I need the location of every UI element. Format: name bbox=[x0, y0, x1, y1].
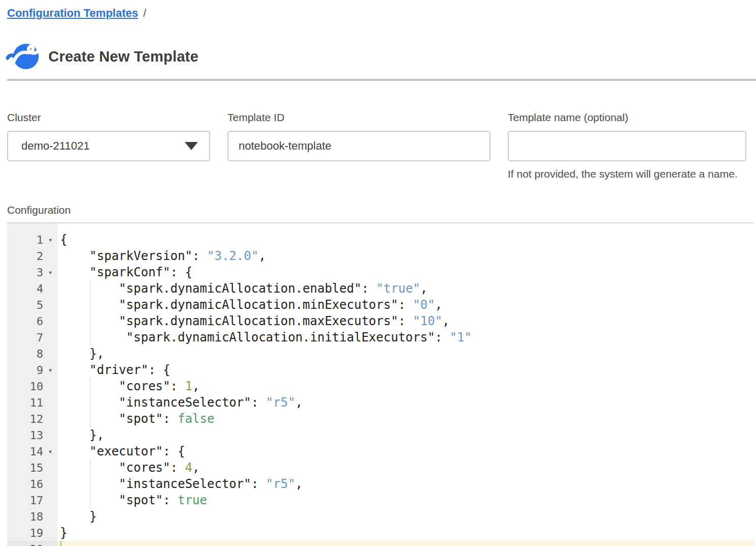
cluster-field: Cluster demo-211021 bbox=[7, 111, 210, 161]
code-line[interactable]: "sparkConf": { bbox=[57, 264, 754, 280]
line-number-text: 19 bbox=[7, 527, 43, 539]
cluster-select[interactable]: demo-211021 bbox=[7, 131, 210, 161]
code-token: "sparkConf": { bbox=[60, 265, 192, 279]
code-line[interactable]: "spark.dynamicAllocation.initialExecutor… bbox=[57, 329, 754, 346]
fold-arrow-icon[interactable]: ▾ bbox=[43, 366, 57, 374]
indent-guide bbox=[90, 459, 91, 508]
template-id-field: Template ID bbox=[227, 111, 490, 161]
line-number-text: 13 bbox=[7, 429, 43, 442]
gutter-line-number: 20 bbox=[7, 541, 57, 546]
indent-guide bbox=[90, 280, 91, 346]
code-line[interactable]: "spot": false bbox=[57, 411, 754, 427]
page-header: Create New Template bbox=[6, 42, 198, 71]
gutter-line-number: 4 bbox=[7, 280, 57, 297]
wave-logo-icon bbox=[6, 42, 40, 71]
breadcrumb: Configuration Templates / bbox=[7, 7, 147, 20]
code-token: "0" bbox=[413, 298, 435, 312]
gutter-line-number: 15 bbox=[7, 459, 57, 476]
code-token: } bbox=[60, 526, 67, 540]
code-token: "driver": { bbox=[60, 363, 170, 377]
gutter-line-number: 19 bbox=[7, 525, 57, 541]
template-name-input[interactable] bbox=[508, 131, 746, 161]
line-number-text: 15 bbox=[7, 462, 43, 474]
code-token: "instanceSelector": bbox=[60, 477, 266, 491]
code-line[interactable]: "spark.dynamicAllocation.maxExecutors": … bbox=[57, 313, 754, 329]
line-number-text: 8 bbox=[7, 348, 43, 360]
code-token: "spark.dynamicAllocation.enabled": bbox=[60, 281, 376, 296]
code-line[interactable] bbox=[57, 541, 754, 546]
gutter-line-number: 3▾ bbox=[7, 264, 57, 280]
code-token: , bbox=[295, 477, 302, 491]
code-token: 1 bbox=[185, 379, 192, 393]
line-number-text: 9 bbox=[7, 364, 43, 377]
line-number-text: 4 bbox=[7, 282, 43, 295]
code-token: "instanceSelector": bbox=[60, 395, 266, 410]
code-line[interactable]: } bbox=[57, 525, 754, 541]
line-number-text: 12 bbox=[7, 413, 43, 425]
dropdown-caret-icon bbox=[185, 142, 198, 150]
line-number-text: 18 bbox=[7, 510, 43, 523]
line-number-text: 17 bbox=[7, 494, 43, 507]
code-token: 4 bbox=[185, 461, 192, 475]
breadcrumb-link-configuration-templates[interactable]: Configuration Templates bbox=[7, 7, 138, 20]
code-token: "r5" bbox=[266, 395, 296, 410]
code-line[interactable]: { bbox=[57, 232, 754, 248]
line-number-text: 3 bbox=[7, 266, 43, 279]
code-token: "cores": bbox=[60, 379, 185, 393]
line-number-text: 1 bbox=[7, 234, 43, 246]
code-line[interactable]: "spark.dynamicAllocation.enabled": "true… bbox=[57, 280, 754, 297]
code-line[interactable]: }, bbox=[57, 427, 754, 443]
code-line[interactable]: "sparkVersion": "3.2.0", bbox=[57, 248, 754, 264]
code-line[interactable]: "executor": { bbox=[57, 443, 754, 459]
gutter-line-number: 2 bbox=[7, 248, 57, 264]
code-token: }, bbox=[60, 428, 104, 442]
gutter-line-number: 17 bbox=[7, 492, 57, 508]
code-line[interactable]: "spot": true bbox=[57, 492, 754, 508]
fold-arrow-icon[interactable]: ▾ bbox=[43, 236, 57, 244]
template-id-label: Template ID bbox=[227, 111, 490, 124]
code-token: , bbox=[192, 379, 199, 393]
configuration-label: Configuration bbox=[7, 204, 71, 216]
code-line[interactable]: "cores": 1, bbox=[57, 378, 754, 394]
gutter-line-number: 14▾ bbox=[7, 443, 57, 459]
code-token: "r5" bbox=[266, 477, 296, 491]
fold-arrow-icon[interactable]: ▾ bbox=[43, 268, 57, 276]
code-line[interactable]: "instanceSelector": "r5", bbox=[57, 476, 754, 492]
gutter-line-number: 9▾ bbox=[7, 362, 57, 378]
template-id-input[interactable] bbox=[227, 131, 490, 161]
line-number-text: 11 bbox=[7, 396, 43, 409]
gutter-line-number: 6 bbox=[7, 313, 57, 329]
cluster-select-value: demo-211021 bbox=[21, 139, 90, 153]
code-token: "spark.dynamicAllocation.maxExecutors": bbox=[60, 314, 413, 328]
code-line[interactable]: } bbox=[57, 508, 754, 525]
code-line[interactable]: "driver": { bbox=[57, 362, 754, 378]
line-number-text: 16 bbox=[7, 478, 43, 491]
template-name-label: Template name (optional) bbox=[508, 111, 746, 124]
gutter-line-number: 16 bbox=[7, 476, 57, 492]
breadcrumb-separator: / bbox=[143, 7, 147, 20]
line-number-text: 10 bbox=[7, 380, 43, 393]
code-token: "spot": bbox=[60, 412, 178, 426]
code-token: "true" bbox=[376, 281, 420, 296]
code-token: , bbox=[435, 298, 442, 312]
code-token: "cores": bbox=[60, 461, 185, 475]
fold-arrow-icon[interactable]: ▾ bbox=[43, 447, 57, 455]
code-token: , bbox=[442, 314, 449, 328]
template-name-field: Template name (optional) bbox=[508, 111, 746, 161]
line-number-text: 6 bbox=[7, 315, 43, 328]
code-line[interactable]: }, bbox=[57, 346, 754, 362]
code-line[interactable]: "instanceSelector": "r5", bbox=[57, 394, 754, 411]
code-token: "10" bbox=[413, 314, 443, 328]
header-divider bbox=[7, 79, 756, 81]
line-number-text: 7 bbox=[7, 331, 43, 344]
editor-code-area[interactable]: { "sparkVersion": "3.2.0", "sparkConf": … bbox=[57, 223, 754, 546]
configuration-code-editor[interactable]: 1▾23▾456789▾1011121314▾151617181920 { "s… bbox=[7, 222, 754, 546]
code-line[interactable]: "spark.dynamicAllocation.minExecutors": … bbox=[57, 297, 754, 313]
gutter-line-number: 18 bbox=[7, 508, 57, 525]
indent-guide bbox=[90, 378, 91, 427]
code-token: , bbox=[258, 249, 266, 263]
create-template-page: Configuration Templates / Create New Tem… bbox=[0, 0, 756, 546]
code-line[interactable]: "cores": 4, bbox=[57, 459, 754, 476]
code-token: }, bbox=[60, 347, 104, 361]
page-title: Create New Template bbox=[48, 48, 198, 65]
